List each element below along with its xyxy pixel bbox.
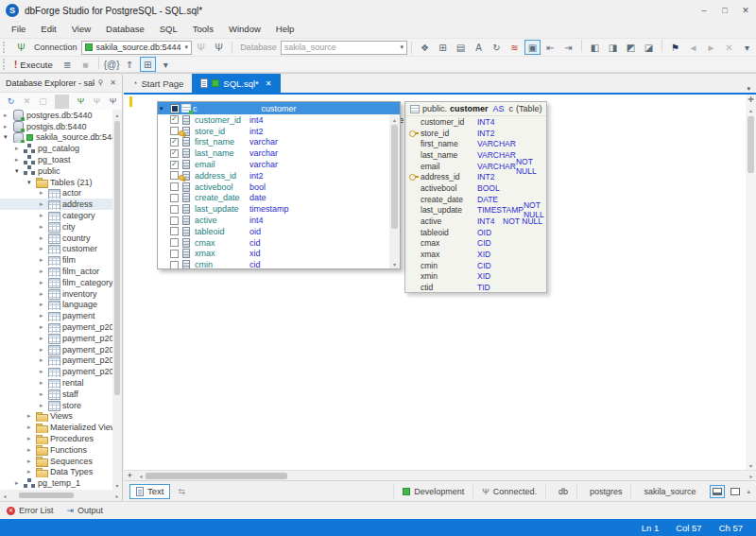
column-checkbox[interactable] — [170, 115, 179, 124]
status-segment[interactable]: sakila_source — [630, 485, 704, 498]
tree-item[interactable]: Materialized Views — [0, 422, 112, 433]
popup-column-row[interactable]: xmax xid — [158, 249, 389, 260]
disconnect-icon[interactable]: Ψ — [106, 95, 120, 109]
next-bookmark-icon[interactable]: ► — [703, 40, 719, 55]
popup-column-row[interactable]: first_name varchar — [158, 137, 389, 148]
scroll-up-icon[interactable]: ▴ — [390, 114, 400, 124]
output-tab[interactable]: ⇥ Output — [67, 506, 104, 515]
tree-item[interactable]: payment — [0, 310, 112, 321]
tree-item[interactable]: film_category — [0, 277, 112, 288]
execute-script-icon[interactable]: ≣ — [60, 57, 76, 72]
results-pane-horizontal-icon[interactable] — [710, 485, 725, 498]
popup-column-row[interactable]: last_name varchar — [158, 147, 389, 159]
pin-icon[interactable]: ⚲ — [94, 77, 107, 90]
edit-outline-icon[interactable]: ⊞ — [435, 40, 451, 55]
scrollbar-thumb[interactable] — [146, 473, 287, 479]
error-list-tab[interactable]: ✕ Error List — [7, 506, 54, 515]
menu-sql[interactable]: SQL — [152, 21, 185, 38]
tree-item[interactable]: city — [0, 221, 112, 233]
expander-icon[interactable] — [40, 368, 48, 375]
text-view-tab[interactable]: Text — [129, 484, 170, 499]
expander-icon[interactable] — [40, 279, 48, 286]
editor-horizontal-scrollbar[interactable]: + ◂ ▸ — [124, 470, 756, 480]
tree-item[interactable]: Tables (21) — [0, 177, 112, 188]
tree-item[interactable]: language — [0, 300, 112, 311]
tree-item[interactable]: film_actor — [0, 266, 112, 277]
tree-item[interactable]: postgis.db:5440 — [0, 121, 112, 132]
menu-help[interactable]: Help — [268, 21, 302, 38]
separator[interactable] — [55, 95, 69, 109]
column-checkbox[interactable] — [170, 149, 179, 158]
stop-icon[interactable]: ■ — [77, 57, 94, 72]
separator[interactable] — [581, 40, 582, 52]
tab-list-dropdown-icon[interactable]: ▾ — [741, 85, 756, 93]
tree-item[interactable]: category — [0, 210, 112, 221]
expander-icon[interactable] — [4, 112, 12, 119]
scroll-right-icon[interactable]: ▸ — [747, 471, 756, 480]
previous-bookmark-icon[interactable]: ◄ — [685, 40, 701, 55]
tree-item[interactable]: store — [0, 400, 112, 411]
column-checkbox[interactable] — [170, 182, 179, 191]
expander-icon[interactable] — [40, 223, 48, 231]
scroll-down-icon[interactable]: ▾ — [747, 460, 756, 470]
tree-item[interactable]: country — [0, 233, 112, 244]
expander-icon[interactable] — [27, 435, 36, 442]
minimize-button[interactable]: – — [694, 2, 714, 19]
scroll-left-icon[interactable]: ◂ — [0, 491, 9, 500]
maximize-button[interactable]: □ — [714, 2, 735, 19]
split-editor-handle[interactable]: ✛ — [746, 95, 756, 105]
expander-icon[interactable] — [40, 200, 48, 208]
expander-icon[interactable] — [15, 479, 24, 487]
expander-icon[interactable] — [40, 234, 48, 242]
menu-edit[interactable]: Edit — [33, 21, 63, 38]
expander-icon[interactable] — [4, 133, 12, 141]
tree-item[interactable]: actor — [0, 188, 112, 199]
scroll-down-icon[interactable]: ▾ — [390, 259, 400, 268]
expander-icon[interactable] — [40, 301, 48, 308]
close-tab-icon[interactable]: ✕ — [266, 79, 272, 88]
database-select[interactable]: sakila_source ▾ — [281, 41, 407, 55]
popup-column-row[interactable]: active int4 — [158, 215, 389, 226]
close-button[interactable]: ✕ — [735, 2, 756, 19]
menu-file[interactable]: File — [4, 21, 33, 38]
expander-icon[interactable] — [40, 356, 48, 364]
tree-item[interactable]: payment_p2007 — [0, 366, 112, 377]
execute-icon[interactable]: ! — [14, 60, 17, 70]
new-connection-icon[interactable]: Ψ — [74, 95, 88, 109]
connect-icon[interactable]: Ψ — [90, 95, 104, 109]
comment-icon[interactable]: ◧ — [587, 40, 603, 55]
expander-icon[interactable] — [40, 379, 48, 387]
new-connection-icon[interactable]: Ψ — [13, 40, 29, 55]
toolbar2-overflow-icon[interactable]: ▾ — [158, 57, 174, 72]
expander-icon[interactable] — [27, 424, 36, 431]
tree-item[interactable]: address — [0, 199, 112, 210]
popup-column-row[interactable]: email varchar — [158, 159, 389, 170]
column-checkbox[interactable] — [170, 250, 179, 258]
expander-icon[interactable] — [40, 245, 48, 252]
decrease-indent-icon[interactable]: ⇤ — [542, 40, 558, 55]
connection-select[interactable]: sakila_source.db:5444 ▾ — [81, 41, 193, 55]
column-checkbox[interactable] — [170, 194, 179, 202]
toolbar1-overflow-icon[interactable]: ▾ — [739, 40, 755, 55]
tree-item[interactable]: staff — [0, 389, 112, 400]
export-results-icon[interactable]: ⇑ — [122, 57, 138, 72]
tree-item[interactable]: rental — [0, 377, 112, 389]
duplicate-icon[interactable]: ▢ — [36, 95, 50, 109]
separator[interactable] — [98, 57, 99, 69]
scrollbar-thumb[interactable] — [747, 116, 754, 173]
explorer-horizontal-scrollbar[interactable]: ◂ ▸ — [0, 490, 122, 501]
status-segment[interactable]: db — [545, 485, 576, 498]
uncomment-icon[interactable]: ◨ — [605, 40, 621, 55]
tree-item[interactable]: payment_p2007 — [0, 344, 112, 355]
popup-column-row[interactable]: customer_id int4 — [158, 114, 389, 126]
menu-view[interactable]: View — [64, 21, 98, 38]
tree-item[interactable]: Sequences — [0, 456, 112, 467]
column-checkbox[interactable] — [170, 205, 179, 214]
font-size-icon[interactable]: A — [471, 40, 487, 55]
scroll-down-icon[interactable]: ▾ — [112, 480, 122, 490]
expander-icon[interactable] — [40, 212, 48, 219]
connect-icon[interactable]: Ψ — [193, 40, 209, 55]
status-segment[interactable]: Connected. — [472, 485, 545, 498]
tree-item[interactable]: sakila_source.db:5444 — [0, 132, 112, 144]
separator[interactable] — [662, 40, 662, 52]
